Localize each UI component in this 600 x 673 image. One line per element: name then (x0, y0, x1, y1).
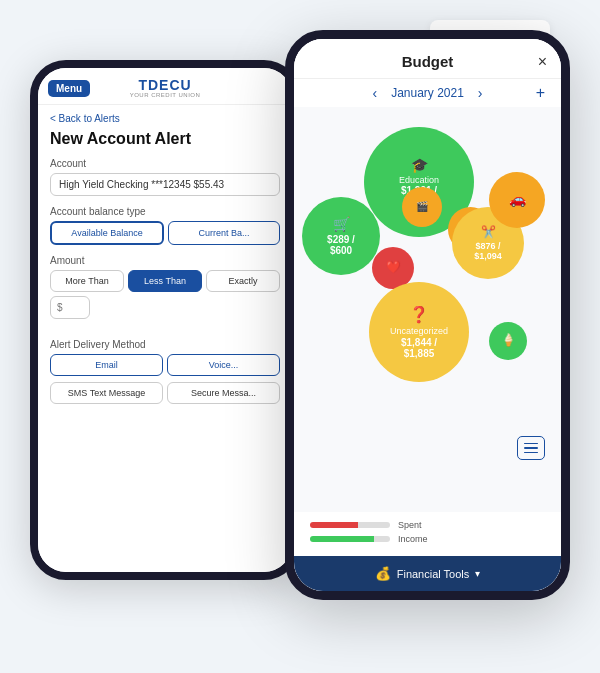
logo-name: TDECU (138, 78, 191, 92)
available-balance-button[interactable]: Available Balance (50, 221, 164, 245)
scene: Menu TDECU YOUR CREDIT UNION < Back to A… (0, 0, 600, 673)
phone-front: Budget × ‹ January 2021 › + 🎓 Education … (285, 30, 570, 600)
nav-dropdown-arrow: ▾ (475, 568, 480, 579)
personal-budget: $1,094 (474, 251, 502, 261)
icecream-icon: 🍦 (501, 333, 516, 347)
page-title: New Account Alert (50, 130, 280, 148)
budget-title: Budget (402, 53, 454, 70)
financial-tools-icon: 💰 (375, 566, 391, 581)
uncategorized-amount: $1,844 / (401, 337, 437, 348)
question-icon: ❓ (409, 305, 429, 324)
close-button[interactable]: × (538, 53, 547, 71)
bottom-navigation[interactable]: 💰 Financial Tools ▾ (294, 556, 561, 591)
current-month: January 2021 (391, 86, 464, 100)
prev-month-button[interactable]: ‹ (368, 85, 381, 101)
budget-legend: Spent Income (294, 512, 561, 556)
income-label: Income (398, 534, 428, 544)
next-month-button[interactable]: › (474, 85, 487, 101)
groceries-budget: $600 (330, 245, 352, 256)
uncategorized-bubble[interactable]: ❓ Uncategorized $1,844 / $1,885 (369, 282, 469, 382)
phone-back: Menu TDECU YOUR CREDIT UNION < Back to A… (30, 60, 300, 580)
exactly-button[interactable]: Exactly (206, 270, 280, 292)
health-icon: ❤️ (386, 260, 401, 274)
voice-button[interactable]: Voice... (167, 354, 280, 376)
list-view-button[interactable] (517, 436, 545, 460)
financial-tools-label: Financial Tools (397, 568, 470, 580)
groceries-bubble[interactable]: 🛒 $289 / $600 (302, 197, 380, 275)
delivery-buttons-row1: Email Voice... (50, 354, 280, 376)
topbar: Menu TDECU YOUR CREDIT UNION (38, 68, 292, 105)
amount-label: Amount (50, 255, 280, 266)
list-line-1 (524, 443, 538, 445)
list-line-2 (524, 447, 538, 449)
phone-front-screen: Budget × ‹ January 2021 › + 🎓 Education … (294, 39, 561, 591)
income-legend-row: Income (310, 534, 545, 544)
account-label: Account (50, 158, 280, 169)
transport-bubble[interactable]: 🚗 (489, 172, 545, 228)
balance-type-label: Account balance type (50, 206, 280, 217)
back-link[interactable]: < Back to Alerts (50, 113, 280, 124)
menu-button[interactable]: Menu (48, 80, 90, 97)
budget-bubbles: 🎓 Education $1,391 / $4,000 🛒 $289 / $60… (294, 107, 561, 512)
spent-bar (310, 522, 390, 528)
education-label: Education (399, 175, 439, 186)
secure-message-button[interactable]: Secure Messa... (167, 382, 280, 404)
phone-back-content: < Back to Alerts New Account Alert Accou… (38, 105, 292, 412)
video-bubble[interactable]: 🎬 (402, 187, 442, 227)
current-balance-button[interactable]: Current Ba... (168, 221, 280, 245)
groceries-amount: $289 / (327, 234, 355, 245)
personal-amount: $876 / (475, 241, 500, 251)
phone-back-screen: Menu TDECU YOUR CREDIT UNION < Back to A… (38, 68, 292, 572)
education-icon: 🎓 (411, 157, 428, 173)
logo: TDECU YOUR CREDIT UNION (130, 78, 201, 98)
add-budget-button[interactable]: + (536, 84, 545, 102)
icecream-bubble[interactable]: 🍦 (489, 322, 527, 360)
dollar-input[interactable] (50, 296, 90, 319)
logo-tagline: YOUR CREDIT UNION (130, 92, 201, 98)
income-bar (310, 536, 390, 542)
less-than-button[interactable]: Less Than (128, 270, 202, 292)
spent-legend-row: Spent (310, 520, 545, 530)
sms-button[interactable]: SMS Text Message (50, 382, 163, 404)
list-line-3 (524, 452, 538, 454)
cart-icon: 🛒 (333, 216, 350, 232)
budget-header: Budget × (294, 39, 561, 79)
delivery-method-label: Alert Delivery Method (50, 339, 280, 350)
uncategorized-budget: $1,885 (404, 348, 435, 359)
delivery-buttons-row2: SMS Text Message Secure Messa... (50, 382, 280, 404)
month-navigation: ‹ January 2021 › + (294, 79, 561, 107)
more-than-button[interactable]: More Than (50, 270, 124, 292)
spent-label: Spent (398, 520, 422, 530)
scissors-icon: ✂️ (481, 225, 496, 239)
email-button[interactable]: Email (50, 354, 163, 376)
car-icon: 🚗 (509, 191, 526, 207)
amount-buttons: More Than Less Than Exactly (50, 270, 280, 292)
video-icon: 🎬 (416, 201, 428, 212)
balance-type-buttons: Available Balance Current Ba... (50, 221, 280, 245)
uncategorized-label: Uncategorized (390, 326, 448, 337)
account-input[interactable]: High Yield Checking ***12345 $55.43 (50, 173, 280, 196)
